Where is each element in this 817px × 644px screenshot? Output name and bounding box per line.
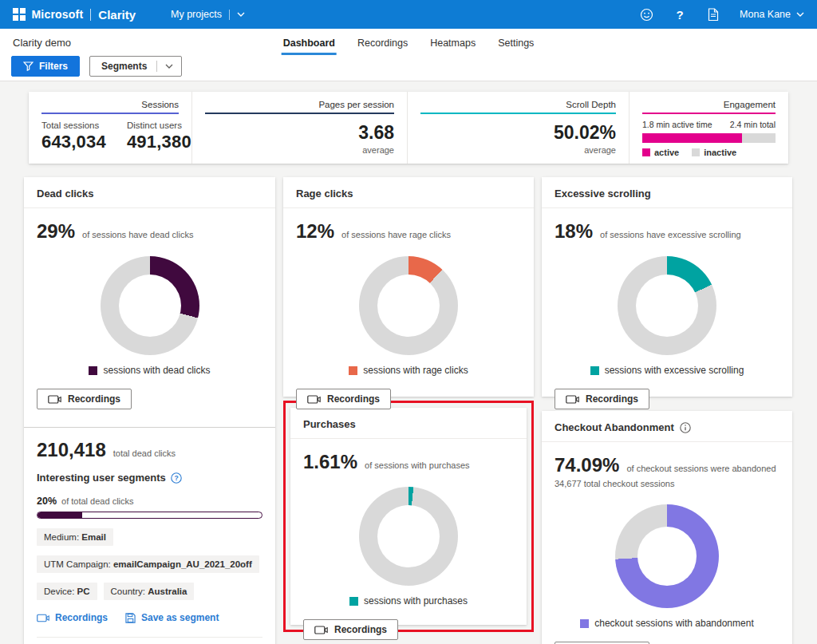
overview-metrics-strip: Sessions Total sessions 643,034 Distinct…	[29, 92, 788, 164]
top-app-bar: Microsoft Clarity My projects ? Mona Kan…	[0, 0, 817, 29]
filter-funnel-icon	[23, 61, 34, 71]
user-name: Mona Kane	[740, 9, 791, 20]
recordings-button[interactable]: Recordings	[303, 619, 398, 640]
purchases-donut-chart	[359, 487, 458, 586]
legend-active: active	[642, 148, 679, 157]
recordings-button[interactable]: Recordings	[37, 389, 132, 409]
distinct-users-value: 491,380	[127, 132, 191, 152]
rage-clicks-legend: sessions with rage clicks	[283, 365, 534, 387]
card-rage-clicks: Rage clicks 12% of sessions have rage cl…	[283, 177, 534, 397]
pages-per-session-value: 3.68	[205, 122, 394, 144]
save-floppy-icon	[125, 613, 136, 623]
scroll-depth-value: 50.02%	[420, 122, 616, 144]
grid-column-3: Excessive scrolling 18% of sessions have…	[542, 177, 792, 644]
brand-clarity: Clarity	[98, 8, 136, 22]
engagement-bar	[642, 133, 776, 143]
dead-clicks-donut-chart	[101, 256, 199, 355]
card-purchases: Purchases 1.61% of sessions with purchas…	[290, 408, 527, 625]
total-time-label: 2.4 min total	[730, 120, 776, 129]
dead-clicks-pct: 29%	[37, 220, 75, 243]
excessive-scrolling-legend: sessions with excessive scrolling	[542, 365, 792, 387]
active-time-label: 1.8 min active time	[642, 120, 712, 129]
tab-heatmaps[interactable]: Heatmaps	[428, 35, 477, 55]
video-camera-icon	[48, 395, 61, 404]
segments-label: Segments	[101, 61, 147, 72]
tag-device: Device: PC	[37, 583, 97, 600]
chevron-down-icon	[237, 12, 245, 17]
insights-grid: Dead clicks 29% of sessions have dead cl…	[24, 177, 792, 644]
info-icon[interactable]	[680, 422, 691, 433]
segment1-pct: 20%	[37, 496, 57, 507]
segments-button[interactable]: Segments	[89, 56, 182, 77]
brand-microsoft: Microsoft	[32, 8, 84, 21]
card-excessive-scrolling: Excessive scrolling 18% of sessions have…	[542, 177, 792, 397]
metric-sessions: Sessions Total sessions 643,034 Distinct…	[29, 92, 191, 164]
segment1-bar	[37, 512, 262, 519]
video-camera-icon	[307, 395, 321, 404]
user-menu[interactable]: Mona Kane	[740, 9, 804, 20]
video-camera-icon	[37, 614, 49, 622]
purchases-pct: 1.61%	[303, 451, 357, 473]
highlight-annotation: Purchases 1.61% of sessions with purchas…	[283, 401, 534, 632]
distinct-users: Distinct users 491,380	[127, 121, 191, 152]
brand-separator	[90, 9, 91, 21]
video-camera-icon	[314, 626, 328, 634]
legend-inactive: inactive	[692, 148, 736, 157]
card-title: Dead clicks	[24, 177, 275, 208]
help-circle-icon[interactable]: ?	[171, 472, 182, 484]
tab-settings[interactable]: Settings	[496, 35, 535, 55]
project-name: Clarity demo	[13, 32, 71, 49]
svg-text:?: ?	[174, 474, 178, 482]
card-title: Rage clicks	[283, 177, 534, 208]
help-icon[interactable]: ?	[673, 7, 687, 22]
total-sessions: Total sessions 643,034	[41, 121, 106, 152]
total-dead-clicks-value: 210,418	[37, 439, 106, 461]
filters-button[interactable]: Filters	[11, 56, 80, 77]
dead-clicks-legend: sessions with dead clicks	[24, 365, 275, 387]
my-projects-label: My projects	[171, 9, 222, 20]
microsoft-logo-icon	[13, 8, 26, 21]
tag-country: Country: Australia	[104, 583, 195, 600]
excessive-scrolling-pct: 18%	[555, 220, 593, 243]
excessive-scrolling-donut-chart	[618, 256, 716, 355]
recordings-button[interactable]: Recordings	[555, 389, 649, 409]
segment-recordings-link[interactable]: Recordings	[37, 612, 108, 623]
segments-section-title: Interesting user segments	[37, 472, 166, 484]
tag-medium: Medium: Email	[37, 528, 113, 546]
tab-dashboard[interactable]: Dashboard	[282, 35, 337, 55]
total-sessions-value: 643,034	[41, 132, 106, 152]
checkout-legend: checkout sessions with abandonment	[542, 618, 792, 640]
card-checkout-abandonment: Checkout Abandonment 74.09% of checkout …	[542, 411, 792, 644]
purchases-legend: sessions with purchases	[290, 595, 527, 618]
tag-utm-campaign: UTM Campaign: emailCampaign_AU_2021_20of…	[37, 555, 259, 573]
grid-column-2: Rage clicks 12% of sessions have rage cl…	[283, 177, 534, 632]
tab-recordings[interactable]: Recordings	[356, 35, 409, 55]
checkout-abandonment-pct: 74.09%	[555, 454, 619, 476]
save-as-segment-link[interactable]: Save as segment	[125, 612, 219, 623]
rage-clicks-pct: 12%	[296, 220, 334, 243]
card-title: Excessive scrolling	[542, 177, 792, 208]
recordings-button[interactable]: Recordings	[296, 389, 391, 409]
checkout-donut-chart	[615, 504, 719, 608]
metric-scroll-depth: Scroll Depth 50.02% average	[407, 92, 629, 164]
docs-icon[interactable]	[706, 7, 720, 22]
metric-pages-per-session: Pages per session 3.68 average	[191, 92, 407, 164]
feedback-smiley-icon[interactable]	[639, 7, 653, 22]
card-dead-clicks: Dead clicks 29% of sessions have dead cl…	[24, 177, 275, 644]
my-projects-menu[interactable]: My projects	[171, 9, 245, 20]
card-title: Checkout Abandonment	[555, 421, 674, 433]
main-tabs: Dashboard Recordings Heatmaps Settings	[282, 35, 536, 55]
filters-label: Filters	[39, 61, 68, 72]
rage-clicks-donut-chart	[359, 256, 458, 355]
metric-engagement: Engagement 1.8 min active time 2.4 min t…	[629, 92, 788, 164]
metric-sessions-label: Sessions	[41, 100, 179, 113]
checkout-sessions-total: 34,677 total checkout sessions	[542, 476, 792, 488]
video-camera-icon	[566, 395, 579, 404]
chevron-down-icon	[796, 12, 804, 17]
page-header: Clarity demo Dashboard Recordings Heatma…	[0, 29, 817, 81]
chevron-down-icon	[165, 64, 173, 69]
segments-dropdown-toggle[interactable]	[164, 64, 181, 69]
